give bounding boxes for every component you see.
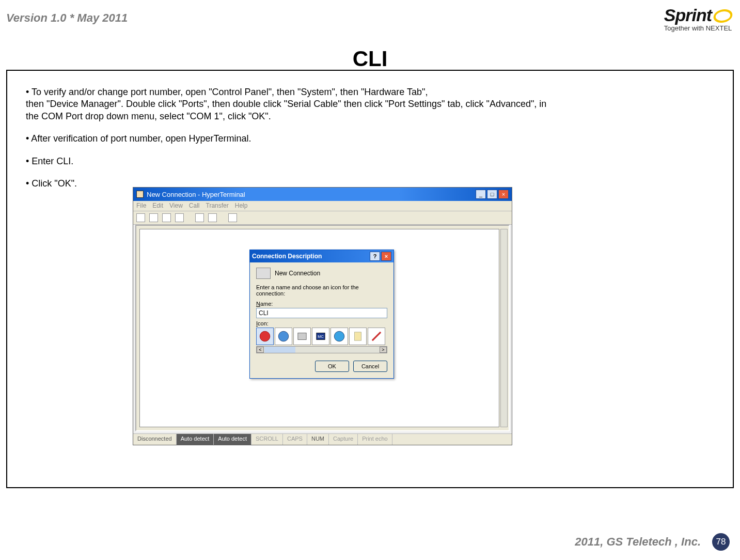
bullet1-line1: • To verify and/or change port number, o… (26, 87, 428, 97)
icon-label: Icon: (256, 320, 387, 326)
name-input[interactable] (256, 308, 387, 318)
logo-text: Sprint (664, 5, 712, 25)
svg-text:MC: MC (318, 334, 323, 339)
icon-strip: MC (256, 328, 387, 345)
svg-point-5 (334, 331, 344, 341)
logo-wing-icon (712, 9, 734, 23)
hyperterminal-window: New Connection - HyperTerminal _ □ × Fil… (133, 187, 512, 445)
app-icon (136, 191, 144, 198)
dialog-title-bar[interactable]: Connection Description ? × (250, 250, 393, 262)
bullet1-line2: then "Device Manager". Double click "Por… (26, 99, 546, 109)
menu-help[interactable]: Help (235, 202, 248, 210)
window-title-bar[interactable]: New Connection - HyperTerminal _ □ × (133, 188, 512, 201)
send-icon[interactable] (195, 213, 204, 222)
status-detect2: Auto detect (214, 434, 251, 445)
close-button[interactable]: × (498, 190, 509, 199)
scroll-thumb[interactable] (264, 347, 295, 353)
open-icon[interactable] (149, 213, 158, 222)
sprint-logo: Sprint Together with NEXTEL (664, 5, 732, 32)
menu-edit[interactable]: Edit (152, 202, 163, 210)
menu-file[interactable]: File (136, 202, 146, 210)
icon-option-5[interactable] (330, 328, 348, 345)
bullet-port-verify: • To verify and/or change port number, o… (26, 86, 714, 122)
version-text: Version 1.0 * May 2011 (6, 11, 128, 25)
status-scroll: SCROLL (251, 434, 283, 445)
dialog-body: New Connection Enter a name and choose a… (250, 262, 393, 378)
icon-option-2[interactable] (275, 328, 292, 345)
menu-transfer[interactable]: Transfer (206, 202, 229, 210)
bullet-open-hyperterminal: • After verification of port number, ope… (26, 133, 714, 145)
name-label: Name: (256, 301, 387, 307)
menu-view[interactable]: View (169, 202, 183, 210)
icon-scrollbar[interactable]: < > (256, 346, 387, 353)
bullet1-line3: the COM Port drop down menu, select "COM… (26, 111, 271, 121)
maximize-button[interactable]: □ (487, 190, 497, 199)
menu-call[interactable]: Call (189, 202, 200, 210)
icon-option-4[interactable]: MC (312, 328, 329, 345)
scroll-left-icon[interactable]: < (257, 347, 264, 353)
status-echo: Print echo (358, 434, 392, 445)
footer: 2011, GS Teletech , Inc. 78 (575, 533, 730, 551)
cancel-button[interactable]: Cancel (353, 361, 387, 372)
dialog-close-button[interactable]: × (381, 252, 391, 261)
svg-rect-2 (298, 333, 306, 340)
icon-option-1[interactable] (256, 328, 274, 345)
status-bar: Disconnected Auto detect Auto detect SCR… (133, 433, 512, 445)
ok-button[interactable]: OK (315, 361, 349, 372)
toolbar (133, 211, 512, 225)
icon-option-6[interactable] (349, 328, 367, 345)
properties-icon[interactable] (228, 213, 237, 222)
minimize-button[interactable]: _ (476, 190, 486, 199)
window-title-text: New Connection - HyperTerminal (147, 191, 245, 198)
logo-subtext: Together with NEXTEL (664, 24, 732, 32)
status-caps: CAPS (283, 434, 307, 445)
svg-point-0 (260, 331, 270, 341)
bullet-enter-cli: • Enter CLI. (26, 155, 714, 167)
receive-icon[interactable] (208, 213, 217, 222)
status-capture: Capture (329, 434, 358, 445)
scroll-right-icon[interactable]: > (380, 347, 387, 353)
connection-icon (256, 268, 271, 279)
page-title: CLI (0, 46, 740, 71)
icon-option-3[interactable] (293, 328, 311, 345)
call-icon[interactable] (162, 213, 171, 222)
page-number-badge: 78 (712, 533, 730, 551)
menu-bar: File Edit View Call Transfer Help (133, 201, 512, 211)
connection-description-dialog: Connection Description ? × New Connectio… (249, 250, 394, 379)
svg-rect-6 (355, 332, 361, 340)
svg-point-1 (278, 331, 289, 341)
icon-option-7[interactable] (368, 328, 385, 345)
new-icon[interactable] (136, 213, 145, 222)
dialog-prompt: Enter a name and choose an icon for the … (256, 284, 387, 297)
dialog-heading: New Connection (275, 270, 320, 277)
dialog-title-text: Connection Description (252, 253, 322, 260)
vertical-scrollbar[interactable] (500, 229, 508, 427)
status-num: NUM (307, 434, 329, 445)
help-button[interactable]: ? (370, 252, 380, 261)
status-connection: Disconnected (133, 434, 177, 445)
hangup-icon[interactable] (175, 213, 184, 222)
copyright-text: 2011, GS Teletech , Inc. (575, 535, 701, 549)
status-detect1: Auto detect (177, 434, 214, 445)
